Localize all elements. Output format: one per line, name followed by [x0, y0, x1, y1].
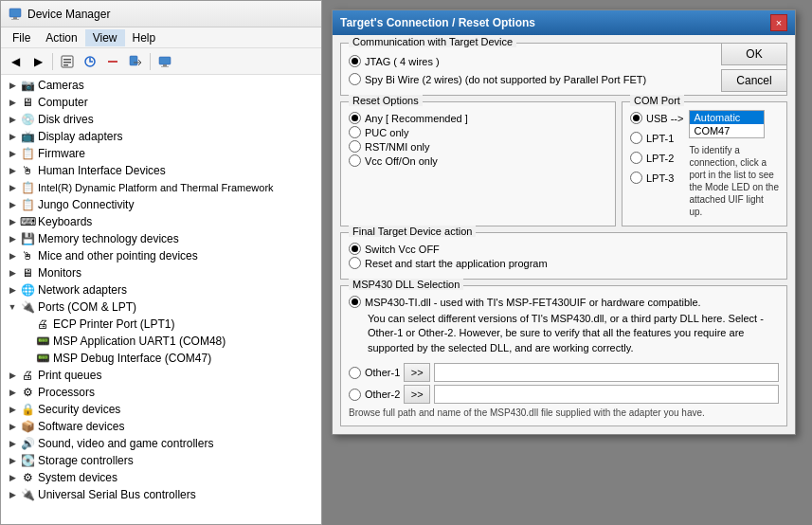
tree-item-msp-debug[interactable]: 📟 MSP Debug Interface (COM47) [1, 350, 321, 367]
expand-disk[interactable]: ▶ [5, 112, 20, 127]
tree-item-system[interactable]: ▶ ⚙ System devices [1, 469, 321, 486]
comm-ok-row: Communication with Target Device JTAG ( … [340, 43, 787, 96]
lpt2-option[interactable]: LPT-2 [630, 152, 683, 164]
usb-radio[interactable] [630, 112, 642, 124]
scan-changes-button[interactable] [125, 51, 146, 72]
display-button[interactable] [154, 51, 175, 72]
menu-help[interactable]: Help [125, 29, 164, 46]
tree-item-sound[interactable]: ▶ 🔊 Sound, video and game controllers [1, 435, 321, 452]
expand-computer[interactable]: ▶ [5, 95, 20, 110]
dll-other2-btn[interactable]: >> [404, 385, 430, 404]
tree-item-storage[interactable]: ▶ 💽 Storage controllers [1, 452, 321, 469]
tree-item-mice[interactable]: ▶ 🖱 Mice and other pointing devices [1, 247, 321, 264]
expand-ports[interactable]: ▼ [5, 299, 20, 315]
reset-vcc[interactable]: Vcc Off/On only [349, 154, 607, 167]
tree-item-usb[interactable]: ▶ 🔌 Universal Serial Bus controllers [1, 486, 321, 503]
dll-other1-radio[interactable] [349, 367, 361, 379]
tree-item-firmware[interactable]: ▶ 📋 Firmware [1, 145, 321, 162]
tree-item-intel[interactable]: ▶ 📋 Intel(R) Dynamic Platform and Therma… [1, 179, 321, 196]
expand-keyboards[interactable]: ▶ [5, 214, 20, 229]
lpt2-radio[interactable] [630, 152, 642, 164]
tree-item-ecp[interactable]: 🖨 ECP Printer Port (LPT1) [1, 316, 321, 333]
reset-rst[interactable]: RST/NMI only [349, 140, 607, 153]
jtag-radio[interactable] [349, 55, 361, 67]
spy-radio[interactable] [349, 73, 361, 85]
expand-security[interactable]: ▶ [5, 402, 20, 417]
expand-display[interactable]: ▶ [5, 129, 20, 144]
tree-item-processors[interactable]: ▶ ⚙ Processors [1, 384, 321, 401]
com-option-com47[interactable]: COM47 [690, 124, 764, 137]
reset-any[interactable]: Any [ Recommended ] [349, 112, 607, 124]
expand-sound[interactable]: ▶ [5, 436, 20, 451]
cancel-button[interactable]: Cancel [721, 69, 787, 92]
any-radio[interactable] [349, 112, 361, 124]
forward-button[interactable]: ▶ [27, 51, 48, 72]
menu-file[interactable]: File [5, 29, 38, 46]
expand-system[interactable]: ▶ [5, 470, 20, 485]
tree-item-computer[interactable]: ▶ 🖥 Computer [1, 94, 321, 111]
dll-other1-btn[interactable]: >> [404, 363, 430, 382]
expand-processors[interactable]: ▶ [5, 385, 20, 400]
expand-jungo[interactable]: ▶ [5, 197, 20, 212]
expand-hid[interactable]: ▶ [5, 163, 20, 178]
expand-cameras[interactable]: ▶ [5, 78, 20, 93]
lpt1-option[interactable]: LPT-1 [630, 132, 683, 144]
switch-vcc-radio[interactable] [349, 243, 361, 255]
properties-button[interactable] [57, 51, 78, 72]
rst-radio[interactable] [349, 140, 361, 153]
tree-item-cameras[interactable]: ▶ 📷 Cameras [1, 77, 321, 94]
reset-start-option[interactable]: Reset and start the application program [349, 257, 779, 269]
lpt1-radio[interactable] [630, 132, 642, 144]
tree-item-display[interactable]: ▶ 📺 Display adapters [1, 128, 321, 145]
switch-vcc-option[interactable]: Switch Vcc OFF [349, 243, 779, 255]
expand-software[interactable]: ▶ [5, 419, 20, 434]
lpt3-option[interactable]: LPT-3 [630, 172, 683, 184]
spy-option[interactable]: Spy Bi Wire (2 wires) (do not supported … [349, 73, 779, 85]
tree-item-software[interactable]: ▶ 📦 Software devices [1, 418, 321, 435]
reset-start-radio[interactable] [349, 257, 361, 269]
tree-item-msp-uart[interactable]: 📟 MSP Application UART1 (COM48) [1, 333, 321, 350]
dll-other1-input[interactable] [434, 363, 779, 382]
com-option-automatic[interactable]: Automatic [690, 111, 764, 124]
close-button[interactable]: × [770, 14, 787, 31]
jtag-option[interactable]: JTAG ( 4 wires ) [349, 55, 779, 67]
expand-monitors[interactable]: ▶ [5, 265, 20, 281]
ok-button[interactable]: OK [721, 43, 787, 65]
tree-item-jungo[interactable]: ▶ 📋 Jungo Connectivity [1, 196, 321, 213]
puc-radio[interactable] [349, 126, 361, 138]
uninstall-button[interactable] [102, 51, 123, 72]
expand-mice[interactable]: ▶ [5, 248, 20, 263]
expand-print-queues[interactable]: ▶ [5, 368, 20, 383]
print-queues-icon: 🖨 [20, 369, 35, 382]
tree-item-keyboards[interactable]: ▶ ⌨ Keyboards [1, 213, 321, 230]
update-driver-button[interactable] [80, 51, 100, 72]
expand-memory[interactable]: ▶ [5, 231, 20, 246]
dialog-connection-reset: Target's Connection / Reset Options × Co… [332, 9, 796, 435]
tree-item-ports[interactable]: ▼ 🔌 Ports (COM & LPT) [1, 299, 321, 316]
dll-other2-input[interactable] [434, 385, 779, 404]
tree-item-disk[interactable]: ▶ 💿 Disk drives [1, 111, 321, 128]
com-select-box[interactable]: Automatic COM47 [689, 110, 765, 138]
dll-main-radio[interactable] [349, 296, 361, 308]
tree-item-print-queues[interactable]: ▶ 🖨 Print queues [1, 367, 321, 384]
expand-network[interactable]: ▶ [5, 282, 20, 298]
menu-action[interactable]: Action [38, 29, 84, 46]
expand-usb[interactable]: ▶ [5, 487, 20, 502]
lpt3-radio[interactable] [630, 172, 642, 184]
back-button[interactable]: ◀ [5, 51, 26, 72]
dll-other2-radio[interactable] [349, 389, 361, 401]
usb-option[interactable]: USB --> [630, 112, 683, 124]
menu-view[interactable]: View [85, 29, 125, 46]
disk-icon: 💿 [20, 113, 35, 126]
tree-item-network[interactable]: ▶ 🌐 Network adapters [1, 281, 321, 299]
tree-item-memory[interactable]: ▶ 💾 Memory technology devices [1, 230, 321, 247]
reset-puc[interactable]: PUC only [349, 126, 607, 138]
expand-storage[interactable]: ▶ [5, 453, 20, 468]
tree-item-hid[interactable]: ▶ 🖱 Human Interface Devices [1, 162, 321, 179]
dll-main-option[interactable]: MSP430-TI.dll - used with TI's MSP-FET43… [349, 296, 779, 308]
tree-item-monitors[interactable]: ▶ 🖥 Monitors [1, 264, 321, 281]
expand-firmware[interactable]: ▶ [5, 146, 20, 161]
expand-intel[interactable]: ▶ [5, 180, 20, 195]
tree-item-security[interactable]: ▶ 🔒 Security devices [1, 401, 321, 418]
vcc-radio[interactable] [349, 154, 361, 167]
